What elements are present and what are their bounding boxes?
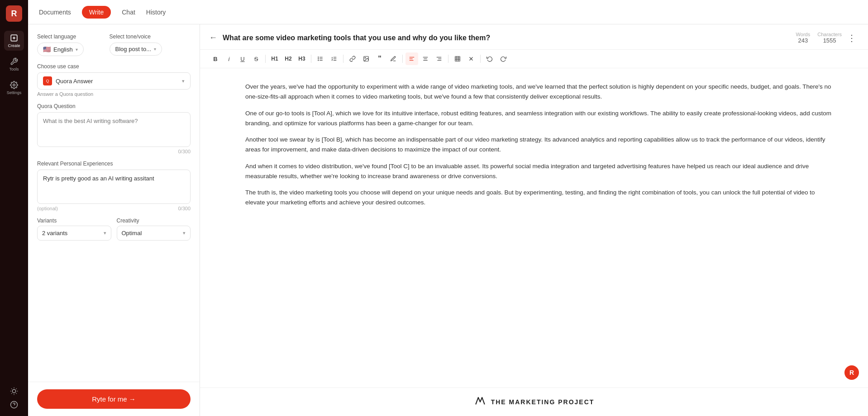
toolbar-separator-4 — [402, 55, 403, 63]
document-title: What are some video marketing tools that… — [223, 34, 791, 42]
editor-area[interactable]: Over the years, we've had the opportunit… — [200, 68, 868, 388]
sidebar-item-tools[interactable]: Tools — [4, 54, 24, 74]
svg-line-10 — [16, 388, 17, 389]
bullet-list-button[interactable] — [314, 52, 327, 65]
toolbar-separator-3 — [343, 55, 343, 63]
align-left-button[interactable] — [405, 52, 418, 65]
doc-header: ← What are some video marketing tools th… — [200, 24, 868, 50]
experiences-char-count: 0/300 — [178, 206, 191, 211]
link-button[interactable] — [346, 52, 359, 65]
toolbar-separator-2 — [311, 55, 311, 63]
svg-line-5 — [11, 388, 12, 389]
heading2-button[interactable]: H2 — [282, 52, 295, 65]
quora-question-label: Quora Question — [37, 103, 191, 109]
language-value: English — [53, 46, 73, 53]
content-area: Select language 🇺🇸 English ▾ Select tone… — [28, 24, 868, 416]
editor-toolbar: B i U S H1 H2 H3 — [200, 50, 868, 68]
underline-button[interactable]: U — [236, 52, 249, 65]
creativity-chevron-icon: ▾ — [183, 230, 186, 236]
toolbar-separator-1 — [265, 55, 266, 63]
use-case-label: Choose use case — [37, 63, 191, 70]
word-count-area: Words 243 Characters 1555 — [796, 32, 842, 44]
svg-point-17 — [318, 58, 319, 59]
bold-button[interactable]: B — [209, 52, 222, 65]
select-language-label: Select language — [37, 33, 105, 40]
paragraph-3: Another tool we swear by is [Tool B], wh… — [245, 135, 832, 155]
tone-chevron-icon: ▾ — [154, 47, 156, 52]
use-case-description: Answer a Quora question — [37, 91, 191, 97]
nav-write[interactable]: Write — [82, 6, 111, 19]
undo-button[interactable] — [483, 52, 496, 65]
italic-button[interactable]: i — [223, 52, 235, 65]
heading3-button[interactable]: H3 — [296, 52, 308, 65]
svg-point-16 — [318, 57, 319, 57]
redo-button[interactable] — [497, 52, 510, 65]
quote-button[interactable]: " — [373, 52, 386, 65]
sidebar-item-create[interactable]: Create — [4, 31, 24, 51]
left-panel: Select language 🇺🇸 English ▾ Select tone… — [28, 24, 200, 416]
select-tone-label: Select tone/voice — [110, 33, 191, 40]
sidebar-item-settings[interactable]: Settings — [4, 78, 24, 98]
language-select[interactable]: 🇺🇸 English ▾ — [37, 43, 84, 56]
top-nav: Documents Write Chat History — [28, 0, 868, 24]
variants-select[interactable]: 2 variants ▾ — [37, 226, 111, 241]
creativity-select[interactable]: Optimal ▾ — [117, 226, 191, 241]
characters-value: 1555 — [817, 37, 842, 44]
quora-char-count: 0/300 — [37, 149, 191, 154]
variants-value: 2 variants — [42, 230, 67, 236]
ordered-list-button[interactable] — [328, 52, 340, 65]
nav-chat[interactable]: Chat — [122, 7, 135, 18]
nav-history[interactable]: History — [146, 7, 166, 18]
svg-point-23 — [365, 57, 366, 58]
help-icon[interactable] — [10, 401, 18, 411]
align-center-button[interactable] — [419, 52, 432, 65]
use-case-value: Quora Answer — [56, 78, 93, 85]
creativity-value: Optimal — [122, 230, 142, 236]
brand-name: THE MARKETING PROJECT — [491, 398, 595, 406]
main-container: Documents Write Chat History Select lang… — [28, 0, 868, 416]
clear-format-button[interactable] — [465, 52, 477, 65]
use-case-select[interactable]: Q Quora Answer ▾ — [37, 72, 191, 90]
creativity-label: Creativity — [117, 217, 191, 224]
pen-button[interactable] — [387, 52, 400, 65]
image-button[interactable] — [360, 52, 372, 65]
svg-rect-33 — [455, 57, 460, 61]
app-logo[interactable]: R — [6, 5, 22, 22]
icon-rail: R Create Tools Settings — [0, 0, 28, 416]
chevron-down-icon: ▾ — [76, 47, 78, 52]
characters-label: Characters — [817, 32, 842, 37]
paragraph-2: One of our go-to tools is [Tool A], whic… — [245, 109, 832, 129]
svg-line-6 — [16, 393, 17, 394]
user-avatar[interactable]: R — [844, 365, 859, 380]
more-options-button[interactable]: ⋮ — [847, 33, 857, 43]
variants-chevron-icon: ▾ — [104, 230, 106, 236]
sun-icon[interactable] — [10, 387, 18, 397]
tone-select[interactable]: Blog post to... ▾ — [110, 43, 162, 56]
ryte-for-me-button[interactable]: Ryte for me → — [37, 389, 191, 409]
align-right-button[interactable] — [433, 52, 445, 65]
tone-value: Blog post to... — [115, 46, 152, 52]
variants-label: Variants — [37, 217, 111, 224]
paragraph-4: And when it comes to video distribution,… — [245, 161, 832, 182]
table-button[interactable] — [451, 52, 464, 65]
heading1-button[interactable]: H1 — [268, 52, 281, 65]
left-panel-footer: Ryte for me → — [28, 382, 200, 416]
doc-footer: THE MARKETING PROJECT — [200, 388, 868, 416]
use-case-icon: Q — [43, 76, 52, 85]
relevant-experiences-input[interactable]: Rytr is pretty good as an AI writing ass… — [37, 170, 191, 204]
paragraph-1: Over the years, we've had the opportunit… — [245, 82, 832, 102]
quora-question-input[interactable] — [37, 112, 191, 147]
right-panel: ← What are some video marketing tools th… — [200, 24, 868, 416]
brand-m-logo — [474, 394, 486, 410]
svg-point-18 — [318, 60, 319, 61]
relevant-experiences-label: Relevant Personal Experiences — [37, 161, 191, 167]
words-label: Words — [796, 32, 811, 37]
back-button[interactable]: ← — [209, 33, 217, 43]
nav-documents[interactable]: Documents — [39, 7, 71, 18]
strikethrough-button[interactable]: S — [250, 52, 262, 65]
svg-point-1 — [13, 84, 15, 86]
optional-label: (optional) — [37, 206, 58, 211]
flag-icon: 🇺🇸 — [43, 46, 51, 53]
words-value: 243 — [796, 37, 811, 44]
svg-point-2 — [12, 389, 16, 393]
